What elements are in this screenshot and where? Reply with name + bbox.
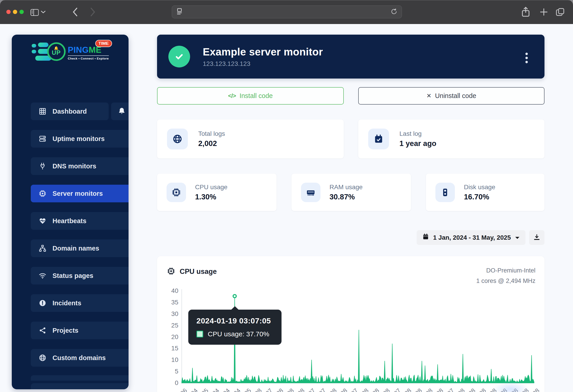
download-button[interactable]: [529, 230, 544, 245]
x-tick-label: 08: [328, 387, 338, 392]
y-tick-label: 0: [162, 379, 178, 387]
x-tick-label: 07: [393, 387, 402, 392]
x-tick-label: 08: [371, 387, 381, 392]
new-tab-icon[interactable]: [539, 7, 549, 17]
chip-icon: [167, 267, 175, 276]
series-swatch-icon: [197, 331, 203, 338]
chevron-down-icon[interactable]: [41, 10, 46, 14]
server-model: DO-Premium-Intel: [476, 265, 536, 276]
stat-value: 1.30%: [195, 193, 227, 201]
chip-icon: [38, 189, 47, 197]
date-range-label: 1 Jan, 2024 - 31 May, 2025: [433, 234, 511, 241]
install-code-button[interactable]: </> Install code: [157, 87, 344, 105]
x-tick-label: 07: [350, 387, 359, 392]
plug-icon: [38, 162, 47, 170]
tooltip-timestamp: 2024-01-19 03:07:05: [197, 316, 273, 325]
last-log-card: Last log 1 year ago: [358, 120, 544, 159]
y-tick-label: 35: [162, 299, 178, 306]
stat-label: CPU usage: [195, 184, 227, 191]
sidebar-item-projects[interactable]: Projects: [31, 321, 128, 339]
logo-time-badge: TIME: [95, 40, 112, 47]
date-range-picker[interactable]: 1 Jan, 2024 - 31 May, 2025: [417, 230, 525, 245]
caret-down-icon: [515, 234, 520, 241]
uptime-pingme-logo[interactable]: 🔔 UP TIME PINGME Check • Connect • Explo…: [12, 39, 128, 64]
download-icon: [533, 233, 540, 242]
stat-label: Total logs: [198, 130, 225, 137]
sidebar-item-heartbeats[interactable]: Heartbeats: [31, 212, 128, 230]
x-tick-label: 08: [275, 387, 285, 392]
y-tick-label: 5: [162, 368, 178, 375]
x-tick-label: 04: [232, 387, 242, 392]
heart-pulse-icon: [38, 217, 47, 225]
wifi-icon: [38, 272, 47, 280]
sidebar-item-server-monitors[interactable]: Server monitors: [31, 185, 128, 202]
logo-tagline: Check • Connect • Explore: [68, 57, 109, 60]
notifications-button[interactable]: [111, 103, 128, 120]
x-tick-label: 08: [467, 387, 477, 392]
back-button[interactable]: [72, 7, 78, 17]
x-tick-label: 07: [446, 387, 455, 392]
logo-speed-dashes-icon: [32, 43, 48, 61]
share-icon[interactable]: [520, 6, 531, 18]
logo-up-text: UP: [52, 49, 61, 56]
chip-icon: [167, 183, 186, 202]
zoom-button[interactable]: [19, 10, 24, 14]
sidebar-item-status-pages[interactable]: Status pages: [31, 267, 128, 285]
x-tick-label: 08: [403, 387, 412, 392]
chart-title: CPU usage: [180, 267, 217, 276]
reload-icon[interactable]: [390, 8, 398, 16]
y-tick-label: 20: [162, 333, 178, 341]
globe-icon: [38, 354, 47, 362]
sidebar-toggle-icon[interactable]: [30, 9, 39, 16]
monitor-ip: 123.123.123.123: [203, 60, 323, 68]
reader-view-icon[interactable]: [176, 8, 183, 16]
x-tick-label: 08: [360, 387, 370, 392]
sidebar-item-custom-domains[interactable]: Custom domains: [31, 349, 128, 367]
x-tick-label: 08: [435, 387, 445, 392]
more-options-button[interactable]: [524, 51, 530, 66]
code-icon: </>: [228, 92, 236, 99]
share-nodes-icon: [38, 326, 47, 335]
user-name: Example: [57, 389, 117, 390]
sidebar-item-dns-monitors[interactable]: DNS monitors: [31, 157, 128, 175]
sidebar-item-uptime-monitors[interactable]: Uptime monitors: [31, 130, 128, 148]
servers-icon: [38, 135, 47, 143]
minimize-button[interactable]: [13, 10, 17, 14]
sidebar-item-domain-names[interactable]: Domain names: [31, 239, 128, 257]
x-tick-label: 05: [243, 387, 252, 392]
sidebar-item-dashboard[interactable]: Dashboard: [31, 103, 109, 120]
sidebar-item-incidents[interactable]: Incidents: [31, 294, 128, 312]
peak-data-point: [233, 294, 236, 298]
stat-value: 16.70%: [464, 193, 495, 201]
page-title: Example server monitor: [203, 46, 323, 58]
uninstall-code-button[interactable]: ✕ Uninstall code: [358, 87, 544, 105]
memory-icon: [301, 183, 321, 202]
tab-overview-icon[interactable]: [555, 7, 565, 17]
stat-value: 2,002: [198, 139, 225, 148]
stat-label: Last log: [399, 130, 436, 137]
address-bar[interactable]: [172, 5, 402, 18]
tooltip-value: CPU usage: 37.70%: [208, 330, 269, 338]
y-tick-label: 30: [162, 310, 178, 318]
x-tick-label: 08: [286, 387, 295, 392]
cpu-usage-card: CPU usage 1.30%: [157, 174, 277, 211]
user-account[interactable]: Example sample@example.com: [31, 383, 128, 389]
globe-icon: [167, 128, 188, 149]
x-tick-label: 07: [318, 387, 327, 392]
close-button[interactable]: [6, 10, 11, 14]
hard-drive-icon: [435, 183, 455, 202]
y-tick-label: 40: [162, 287, 178, 294]
grid-icon: [38, 107, 47, 115]
x-tick-label: 04: [211, 387, 220, 392]
bell-icon: 🔔: [54, 47, 59, 49]
x-tick-label: 06: [179, 387, 189, 392]
x-tick-label: 07: [264, 387, 274, 392]
x-tick-label: 08: [339, 387, 348, 392]
x-tick-label: 04: [190, 387, 199, 392]
browser-toolbar: [0, 0, 573, 24]
sitemap-icon: [38, 244, 47, 252]
forward-button[interactable]: [90, 7, 96, 17]
logo-up-ring: 🔔 UP: [47, 42, 66, 61]
x-tick-label: 08: [254, 387, 263, 392]
calendar-icon: [422, 233, 429, 242]
